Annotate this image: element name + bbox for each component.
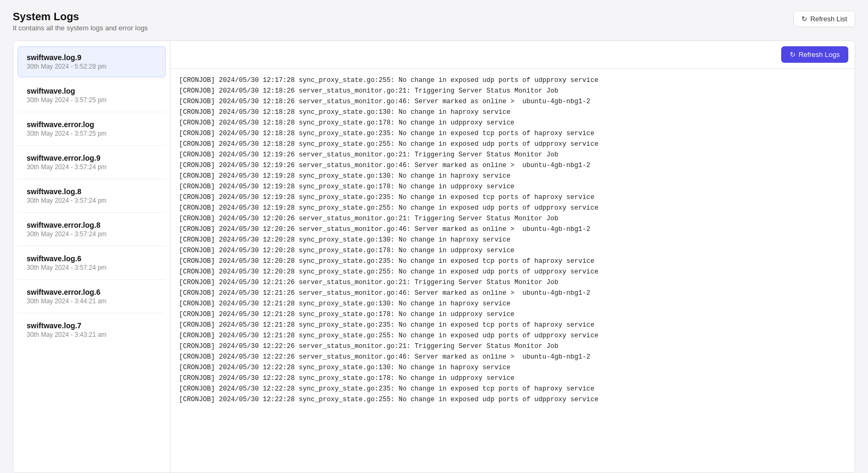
refresh-list-button[interactable]: ↻ Refresh List [793,11,855,27]
log-line: [CRONJOB] 2024/05/30 12:21:28 sync_proxy… [179,298,846,309]
log-line: [CRONJOB] 2024/05/30 12:19:26 server_sta… [179,160,846,171]
log-item-date: 30th May 2024 - 3:43:21 am [27,331,157,338]
refresh-logs-icon: ↻ [790,51,796,59]
log-line: [CRONJOB] 2024/05/30 12:20:28 sync_proxy… [179,267,846,277]
log-line: [CRONJOB] 2024/05/30 12:21:26 server_sta… [179,277,846,288]
log-item[interactable]: swiftwave.log.6 30th May 2024 - 3:57:24 … [18,247,166,278]
log-item[interactable]: swiftwave.log.9 30th May 2024 - 5:52:28 … [18,46,166,77]
log-line: [CRONJOB] 2024/05/30 12:21:28 sync_proxy… [179,309,846,320]
log-item[interactable]: swiftwave.log.7 30th May 2024 - 3:43:21 … [18,314,166,345]
refresh-list-label: Refresh List [810,15,847,23]
log-line: [CRONJOB] 2024/05/30 12:18:26 server_sta… [179,86,846,96]
log-item-name: swiftwave.log.8 [27,187,157,196]
log-content-header: ↻ Refresh Logs [170,41,855,69]
log-item[interactable]: swiftwave.log.8 30th May 2024 - 3:57:24 … [18,180,166,211]
refresh-logs-label: Refresh Logs [799,51,840,59]
log-item[interactable]: swiftwave.error.log.6 30th May 2024 - 3:… [18,281,166,312]
log-item-name: swiftwave.log.6 [27,254,157,263]
log-item-date: 30th May 2024 - 3:57:24 pm [27,163,157,171]
log-line: [CRONJOB] 2024/05/30 12:22:28 sync_proxy… [179,384,846,394]
log-item-name: swiftwave.log [27,87,157,95]
log-line: [CRONJOB] 2024/05/30 12:19:28 sync_proxy… [179,203,846,213]
log-item-date: 30th May 2024 - 3:57:24 pm [27,197,157,204]
log-line: [CRONJOB] 2024/05/30 12:20:26 server_sta… [179,213,846,224]
log-line: [CRONJOB] 2024/05/30 12:21:28 sync_proxy… [179,330,846,341]
page-header: System Logs It contains all the system l… [13,11,855,32]
log-item-date: 30th May 2024 - 3:57:24 pm [27,230,157,238]
refresh-logs-button[interactable]: ↻ Refresh Logs [781,46,848,63]
log-line: [CRONJOB] 2024/05/30 12:20:28 sync_proxy… [179,245,846,256]
log-line: [CRONJOB] 2024/05/30 12:20:28 sync_proxy… [179,256,846,267]
log-text-container[interactable]: [CRONJOB] 2024/05/30 12:17:28 sync_proxy… [170,69,855,472]
log-line: [CRONJOB] 2024/05/30 12:21:26 server_sta… [179,288,846,298]
log-item[interactable]: swiftwave.error.log.9 30th May 2024 - 3:… [18,147,166,178]
log-item-name: swiftwave.log.9 [27,53,157,62]
log-line: [CRONJOB] 2024/05/30 12:20:28 sync_proxy… [179,235,846,245]
log-line: [CRONJOB] 2024/05/30 12:18:28 sync_proxy… [179,118,846,128]
log-item[interactable]: swiftwave.log 30th May 2024 - 3:57:25 pm [18,80,166,111]
log-line: [CRONJOB] 2024/05/30 12:19:28 sync_proxy… [179,192,846,203]
log-content-area: ↻ Refresh Logs [CRONJOB] 2024/05/30 12:1… [170,41,855,472]
log-item[interactable]: swiftwave.error.log 30th May 2024 - 3:57… [18,113,166,144]
page-subtitle: It contains all the system logs and erro… [13,24,148,32]
log-line: [CRONJOB] 2024/05/30 12:18:28 sync_proxy… [179,107,846,118]
log-line: [CRONJOB] 2024/05/30 12:22:26 server_sta… [179,341,846,352]
log-line: [CRONJOB] 2024/05/30 12:17:28 sync_proxy… [179,75,846,86]
log-item-name: swiftwave.error.log.8 [27,221,157,229]
log-item-date: 30th May 2024 - 3:44:21 am [27,297,157,305]
log-item-date: 30th May 2024 - 3:57:25 pm [27,130,157,137]
page-title: System Logs [13,11,148,23]
log-item-name: swiftwave.error.log.9 [27,154,157,162]
log-item-name: swiftwave.log.7 [27,321,157,330]
log-line: [CRONJOB] 2024/05/30 12:22:28 sync_proxy… [179,362,846,373]
log-line: [CRONJOB] 2024/05/30 12:18:28 sync_proxy… [179,128,846,139]
log-line: [CRONJOB] 2024/05/30 12:19:26 server_sta… [179,150,846,160]
log-item-date: 30th May 2024 - 5:52:28 pm [27,63,157,70]
log-line: [CRONJOB] 2024/05/30 12:22:26 server_sta… [179,352,846,362]
log-line: [CRONJOB] 2024/05/30 12:18:26 server_sta… [179,96,846,107]
header-text: System Logs It contains all the system l… [13,11,148,32]
log-line: [CRONJOB] 2024/05/30 12:19:28 sync_proxy… [179,181,846,192]
log-line: [CRONJOB] 2024/05/30 12:22:28 sync_proxy… [179,373,846,384]
log-line: [CRONJOB] 2024/05/30 12:18:28 sync_proxy… [179,139,846,150]
refresh-list-icon: ↻ [801,15,807,23]
log-line: [CRONJOB] 2024/05/30 12:19:28 sync_proxy… [179,171,846,181]
main-content: swiftwave.log.9 30th May 2024 - 5:52:28 … [13,40,855,473]
log-item[interactable]: swiftwave.error.log.8 30th May 2024 - 3:… [18,214,166,245]
log-line: [CRONJOB] 2024/05/30 12:20:26 server_sta… [179,224,846,235]
log-item-date: 30th May 2024 - 3:57:24 pm [27,264,157,271]
log-line: [CRONJOB] 2024/05/30 12:21:28 sync_proxy… [179,320,846,330]
log-item-name: swiftwave.error.log.6 [27,288,157,296]
log-item-name: swiftwave.error.log [27,120,157,129]
log-item-date: 30th May 2024 - 3:57:25 pm [27,96,157,104]
sidebar: swiftwave.log.9 30th May 2024 - 5:52:28 … [13,41,170,472]
log-line: [CRONJOB] 2024/05/30 12:22:28 sync_proxy… [179,394,846,405]
